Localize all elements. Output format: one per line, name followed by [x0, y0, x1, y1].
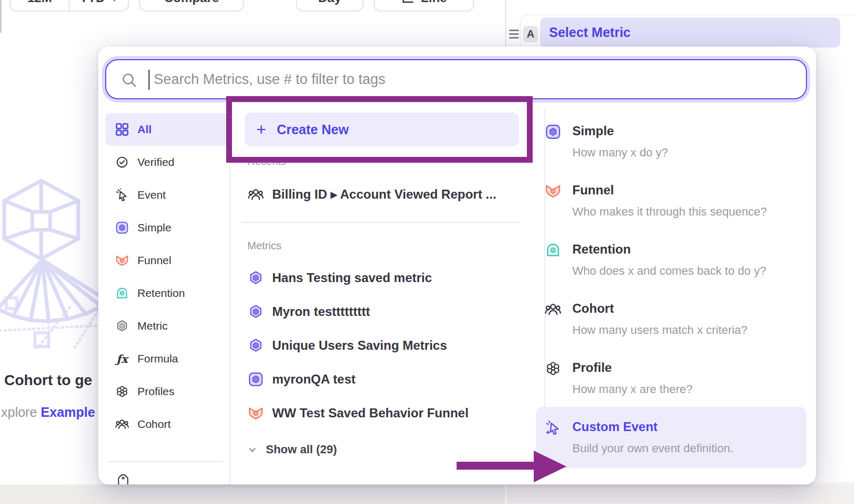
metric-hexagon-icon — [115, 319, 129, 333]
show-all-button[interactable]: Show all (29) — [248, 440, 337, 459]
cohort-people-icon — [545, 301, 561, 318]
simple-metric-icon — [115, 221, 129, 235]
annotation-highlight-box — [226, 96, 533, 163]
sidebar-item-all[interactable]: All — [105, 113, 230, 146]
sidebar-item-formula[interactable]: ƒx Formula — [105, 342, 230, 375]
type-retention-desc: Who does x and comes back to do y? — [572, 264, 766, 278]
custom-event-cursor-icon — [545, 419, 561, 436]
recent-item[interactable]: Billing ID ▸ Account Viewed Report ... — [247, 183, 496, 206]
metric-list-item[interactable]: Myron testtttttttt — [247, 300, 370, 323]
canvas-explore-fragment: xplore Example — [1, 405, 95, 420]
metric-list-item[interactable]: myronQA test — [247, 368, 356, 391]
sidebar-item-metric[interactable]: Metric — [105, 310, 230, 342]
chart-type-line-button[interactable]: Line — [374, 0, 474, 12]
type-profile[interactable]: Profile — [572, 360, 612, 375]
sidebar-item-profiles[interactable]: Profiles — [105, 375, 230, 408]
sidebar-item-partial[interactable] — [116, 473, 130, 484]
type-custom-event-desc: Build your own event definition. — [572, 442, 734, 455]
metric-list-item[interactable]: Unique Users Saving Metrics — [247, 334, 447, 357]
annotation-arrow-shaft — [457, 462, 536, 470]
metric-hexagon-purple-icon — [247, 338, 264, 354]
select-metric-field[interactable]: Select Metric — [540, 17, 840, 48]
type-cohort[interactable]: Cohort — [572, 301, 614, 316]
text-caret — [148, 70, 150, 90]
granularity-day-button[interactable]: Day — [296, 0, 364, 12]
sidebar-item-verified[interactable]: Verified — [105, 146, 230, 179]
custom-event-highlight — [536, 407, 806, 468]
sidebar-bottom-divider — [108, 461, 222, 462]
profiles-flower-icon — [545, 360, 561, 377]
type-profile-desc: How many x are there? — [572, 382, 692, 396]
range-ytd-button[interactable]: YTD — [69, 0, 128, 11]
funnel-metric-icon — [545, 183, 561, 199]
sidebar-item-simple[interactable]: Simple — [105, 211, 230, 244]
bottom-strip-divider — [505, 484, 507, 504]
panel-divider — [505, 0, 506, 51]
recents-divider — [242, 222, 519, 223]
type-simple-desc: How many x do y? — [572, 146, 668, 160]
metric-list-item[interactable]: WW Test Saved Behavior Funnel — [247, 402, 469, 425]
metric-list-item[interactable]: Hans Testing saved metric — [247, 266, 432, 290]
grid-icon — [115, 123, 129, 136]
metric-hexagon-purple-icon — [247, 304, 264, 320]
retention-metric-icon — [115, 286, 129, 300]
cohort-people-icon — [247, 186, 264, 203]
chevron-down-icon — [110, 0, 118, 2]
type-retention[interactable]: Retention — [572, 242, 631, 257]
type-funnel-desc: Who makes it through this sequence? — [572, 205, 767, 219]
search-bar[interactable] — [105, 59, 807, 99]
type-cohort-desc: How many users match x criteria? — [572, 323, 747, 337]
range-12m-button[interactable]: 12M — [11, 0, 69, 11]
search-input[interactable] — [153, 64, 789, 94]
line-chart-icon — [401, 0, 414, 5]
search-icon — [121, 72, 138, 89]
sidebar-item-event[interactable]: Event — [105, 179, 230, 211]
chevron-down-icon — [248, 447, 256, 453]
metrics-heading: Metrics — [247, 240, 281, 252]
drag-handle-icon[interactable] — [509, 27, 519, 41]
wireframe-illustration — [0, 174, 100, 349]
bottom-strip-right — [507, 484, 854, 504]
type-simple[interactable]: Simple — [572, 124, 614, 138]
compare-button[interactable]: Compare — [139, 0, 244, 12]
sidebar-item-retention[interactable]: Retention — [105, 277, 230, 310]
example-link[interactable]: Example — [41, 405, 95, 419]
sidebar-item-cohort[interactable]: Cohort — [105, 408, 230, 441]
simple-metric-icon — [247, 371, 264, 388]
simple-metric-icon — [545, 124, 561, 140]
type-custom-event[interactable]: Custom Event — [572, 419, 657, 434]
left-edge-divider — [0, 0, 2, 33]
metric-hexagon-purple-icon — [247, 270, 264, 286]
profiles-flower-icon — [115, 385, 129, 398]
annotation-arrow-head — [534, 451, 567, 482]
cohort-people-icon — [115, 417, 129, 431]
sidebar-item-funnel[interactable]: Funnel — [105, 244, 230, 277]
funnel-metric-icon — [115, 254, 129, 267]
clause-a-badge: A — [523, 26, 538, 42]
app-root: 12M YTD Compare Day Line A Select Metric — [0, 0, 854, 504]
funnel-metric-icon — [247, 405, 264, 422]
formula-fx-icon: ƒx — [115, 352, 129, 366]
verified-badge-icon — [115, 155, 129, 169]
type-funnel[interactable]: Funnel — [572, 183, 614, 198]
retention-metric-icon — [545, 242, 561, 258]
event-cursor-icon — [115, 188, 129, 202]
canvas-heading-fragment: Cohort to ge — [4, 372, 92, 389]
date-range-pill[interactable]: 12M YTD — [10, 0, 129, 12]
